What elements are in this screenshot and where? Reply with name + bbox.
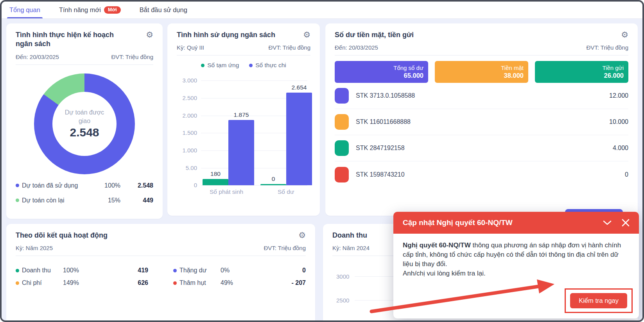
tab-bat-dau-su-dung[interactable]: Bắt đầu sử dụng [139, 2, 188, 18]
period-label: Kỳ: Năm 2025 [16, 245, 53, 251]
y-axis-tick: 2.000 [178, 112, 197, 119]
settings-icon[interactable]: ⚙ [303, 30, 310, 39]
account-color-chip [335, 167, 349, 182]
as-of-date: Đến: 20/03/2025 [16, 54, 59, 60]
tab-bar: Tổng quan Tính năng mới Mới Bắt đầu sử d… [2, 2, 642, 19]
metric-thang-du: Thặng dư 0% 0 [173, 267, 306, 274]
app-window: Tổng quan Tính năng mới Mới Bắt đầu sử d… [0, 0, 644, 322]
y-axis-tick: 1.500 [178, 129, 197, 136]
metric-value: - 207 [248, 279, 306, 286]
settings-icon[interactable]: ⚙ [146, 30, 153, 39]
bar-group-so-du: 0 2.654 [260, 80, 312, 185]
account-row[interactable]: STK 1598743210 0 [335, 161, 628, 188]
legend-pct: 100% [95, 182, 120, 189]
metric-value: 626 [90, 279, 148, 286]
card-performance: Theo dõi kết quả hoạt động ⚙ Kỳ: Năm 202… [6, 224, 315, 322]
card-title: Tình hình sử dụng ngân sách [177, 30, 275, 39]
bar-value-label: 180 [210, 170, 221, 177]
cash-badge: Tiền mặt 38.000 [435, 61, 528, 83]
tab-tong-quan[interactable]: Tổng quan [9, 2, 41, 18]
badge-value: 38.000 [504, 72, 524, 79]
account-value: 0 [625, 171, 628, 178]
legend-value: 449 [120, 197, 153, 204]
account-value: 10.000 [609, 118, 628, 125]
deposit-badge: Tiền gửi 26.000 [535, 61, 628, 83]
legend-dot [201, 64, 205, 67]
y-axis-tick: 0 [178, 182, 197, 188]
legend-dot [249, 64, 253, 67]
x-axis-category: Số dư [278, 188, 294, 195]
bar-value-label: 1.875 [234, 111, 249, 118]
bar-thuc-chi [286, 93, 312, 185]
metric-label: Doanh thu [22, 267, 63, 274]
chevron-down-icon[interactable] [603, 220, 612, 225]
bar-tam-ung [203, 179, 228, 185]
budget-donut-chart: Dự toán được giao 2.548 [34, 73, 135, 174]
account-color-chip [335, 88, 349, 104]
account-row[interactable]: STK 116011668888 10.000 [335, 109, 628, 135]
check-now-button[interactable]: Kiểm tra ngay [570, 293, 627, 308]
card-title: Tình hình thực hiện kế hoạch ngân sách [16, 30, 129, 49]
tab-tinh-nang-moi[interactable]: Tính năng mới Mới [58, 2, 122, 18]
account-name: STK 2847192158 [356, 145, 613, 152]
bar-tam-ung [260, 184, 286, 185]
metric-pct: 149% [63, 279, 90, 286]
period-label: Kỳ: Năm 2024 [332, 245, 370, 251]
metric-label: Thặng dư [179, 267, 221, 274]
dashboard-content: Tình hình thực hiện kế hoạch ngân sách ⚙… [2, 19, 642, 320]
badge-label: Tiền gửi [602, 64, 624, 71]
legend-value: 2.548 [120, 182, 153, 189]
legend-row-used: Dự toán đã sử dụng 100% 2.548 [16, 182, 153, 189]
legend-row-remaining: Dự toán còn lại 15% 449 [16, 197, 153, 204]
total-balance-badge: Tổng số dư 65.000 [335, 61, 428, 83]
donut-center-value: 2.548 [70, 126, 99, 139]
metric-label: Chi phí [22, 279, 63, 286]
popup-message-line2: Anh/chị vui lòng kiểm tra lại. [403, 269, 630, 278]
close-icon[interactable] [622, 219, 630, 227]
unit-label: ĐVT: Triệu đồng [264, 245, 306, 251]
legend-label: Dự toán đã sử dụng [22, 182, 95, 189]
bar-value-label: 2.654 [292, 84, 307, 91]
metric-doanh-thu: Doanh thu 100% 419 [16, 267, 148, 274]
settings-icon[interactable]: ⚙ [298, 231, 306, 239]
account-value: 12.000 [609, 92, 628, 99]
popup-header: Cập nhật Nghị quyết 60-NQ/TW [393, 212, 639, 234]
account-name: STK 1598743210 [356, 171, 625, 178]
bar-chart-legend: Số tạm ứng Số thực chi [177, 62, 310, 69]
x-axis-category: Số phát sinh [210, 188, 243, 195]
unit-label: ĐVT: Triệu đồng [586, 44, 628, 51]
y-axis-tick: 2.500 [178, 95, 197, 101]
metric-chi-phi: Chi phí 149% 626 [16, 279, 148, 286]
y-axis-tick: 5.00 [178, 165, 197, 171]
annotation-highlight-box: Kiểm tra ngay [565, 288, 633, 313]
settings-icon[interactable]: ⚙ [621, 30, 628, 39]
y-axis-tick: 1.000 [178, 147, 197, 154]
y-axis-tick: 3000 [336, 273, 349, 280]
popup-message: Nghị quyết 60-NQ/TW thông qua phương án … [403, 241, 630, 269]
tab-label: Tổng quan [9, 6, 40, 14]
period-label: Kỳ: Quý III [177, 44, 204, 51]
badge-label: Tổng số dư [393, 64, 423, 71]
account-color-chip [335, 114, 349, 130]
bar-chart-plot: 3.000 2.500 2.000 1.500 1.000 5.00 0 180… [201, 80, 307, 185]
badge-value: 26.000 [604, 72, 624, 79]
account-row[interactable]: STK 2847192158 4.000 [335, 135, 628, 161]
as-of-date: Đến: 20/03/2025 [335, 44, 378, 51]
account-name: STK 116011668888 [356, 118, 609, 125]
card-title: Theo dõi kết quả hoạt động [16, 231, 108, 240]
bar-value-label: 0 [272, 175, 275, 182]
account-row[interactable]: STK 3713.0.1058588 12.000 [335, 83, 628, 109]
y-axis-tick: 2500 [336, 297, 349, 304]
unit-label: ĐVT: Triệu đồng [111, 54, 153, 60]
metric-value: 0 [248, 267, 306, 274]
legend-label: Dự toán còn lại [22, 197, 95, 204]
account-value: 4.000 [613, 145, 628, 152]
metric-label: Thâm hụt [179, 279, 221, 286]
metric-pct: 100% [63, 267, 90, 274]
card-budget-usage: Tình hình sử dụng ngân sách ⚙ Kỳ: Quý II… [167, 23, 320, 216]
account-name: STK 3713.0.1058588 [356, 92, 609, 99]
unit-label: ĐVT: Triệu đồng [268, 44, 310, 51]
card-cash-balance: Số dư tiền mặt, tiền gửi ⚙ Đến: 20/03/20… [325, 23, 638, 216]
badge-value: 65.000 [404, 72, 423, 79]
metric-dot [173, 281, 177, 285]
